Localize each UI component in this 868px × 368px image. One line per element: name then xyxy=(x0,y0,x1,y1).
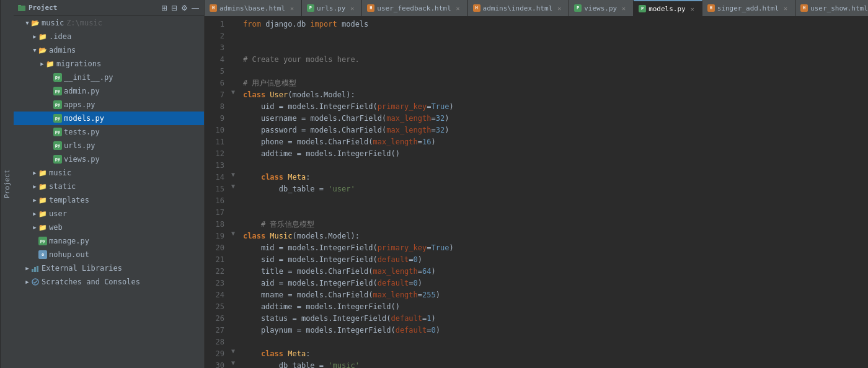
tab-close-admins-index[interactable]: ✕ xyxy=(555,4,564,12)
tree-item-scratches[interactable]: Scratches and Consoles xyxy=(14,275,204,289)
code-line-16 xyxy=(243,195,868,207)
tree-item-music-root[interactable]: music Z:\music xyxy=(14,16,204,30)
project-panel-label[interactable]: Project xyxy=(0,0,14,368)
code-line-26: status = models.IntegerField(default=1) xyxy=(243,313,868,325)
arrow-idea xyxy=(31,33,38,40)
tree-item-tests[interactable]: py tests.py xyxy=(14,125,204,139)
tree-item-init[interactable]: py __init__.py xyxy=(14,71,204,84)
sidebar-header-icons: ⊞ ⊟ ⚙ — xyxy=(160,2,200,14)
label-admins: admins xyxy=(49,46,76,55)
fold-marker-7[interactable]: ▼ xyxy=(229,88,237,95)
sidebar-collapse-button[interactable]: ⊞ xyxy=(160,2,169,14)
arrow-scratches xyxy=(24,278,31,286)
code-line-19: class Music(models.Model): xyxy=(243,230,868,242)
icon-scratches xyxy=(31,278,40,286)
code-line-1: from django.db import models xyxy=(243,19,868,30)
tab-close-admins-base[interactable]: ✕ xyxy=(288,4,296,12)
code-line-29: class Meta: xyxy=(243,348,868,360)
tab-urls-py[interactable]: P urls.py ✕ xyxy=(302,0,362,16)
svg-rect-4 xyxy=(37,266,38,272)
tree-item-urls[interactable]: py urls.py xyxy=(14,139,204,152)
code-line-3 xyxy=(243,42,868,54)
sidebar-settings-button[interactable]: ⚙ xyxy=(180,2,189,14)
label-static: static xyxy=(49,182,76,191)
tab-icon-urls-py: P xyxy=(307,4,314,12)
arrow-admins xyxy=(31,46,38,54)
label-ext-lib: External Libraries xyxy=(42,264,122,273)
code-line-2 xyxy=(243,30,868,42)
tab-close-views-py[interactable]: ✕ xyxy=(619,4,628,12)
tree-item-idea[interactable]: .idea xyxy=(14,30,204,43)
sidebar-close-button[interactable]: — xyxy=(190,2,200,14)
svg-rect-1 xyxy=(18,5,21,6)
fold-marker-29[interactable]: ▼ xyxy=(229,347,237,354)
tree-item-admin[interactable]: py admin.py xyxy=(14,84,204,98)
tree-item-nohup[interactable]: o nohup.out xyxy=(14,248,204,261)
tab-views-py[interactable]: P views.py ✕ xyxy=(569,0,634,16)
label-urls: urls.py xyxy=(64,141,95,150)
tree-item-templates[interactable]: templates xyxy=(14,193,204,207)
fold-marker-14[interactable]: ▼ xyxy=(229,170,237,178)
tab-user-feedback[interactable]: H user_feedback.html ✕ xyxy=(362,0,467,16)
fold-marker-15[interactable]: ▼ xyxy=(229,182,237,190)
icon-init: py xyxy=(53,73,62,82)
icon-static xyxy=(38,182,47,191)
tab-close-urls-py[interactable]: ✕ xyxy=(348,4,356,12)
icon-music-sub xyxy=(38,169,47,177)
label-manage: manage.py xyxy=(49,237,89,245)
tree-item-ext-lib[interactable]: External Libraries xyxy=(14,261,204,275)
icon-urls: py xyxy=(53,141,62,150)
fold-marker-19[interactable]: ▼ xyxy=(229,229,237,237)
sidebar-header: Project ⊞ ⊟ ⚙ — xyxy=(14,0,204,16)
tab-admins-base[interactable]: H admins\base.html ✕ xyxy=(205,0,302,16)
tree-item-models[interactable]: py models.py xyxy=(14,112,204,125)
label-apps: apps.py xyxy=(64,100,95,109)
file-tree: music Z:\music .idea admins migrations p… xyxy=(14,16,204,368)
fold-gutter: ▼ ▼ ▼ ▼ ▼ ▼ xyxy=(229,17,238,368)
tab-label-user-feedback: user_feedback.html xyxy=(377,4,451,12)
tree-item-admins[interactable]: admins xyxy=(14,43,204,57)
tab-close-singer-add[interactable]: ✕ xyxy=(781,4,790,12)
tab-icon-models-py: P xyxy=(639,5,646,12)
icon-templates xyxy=(38,196,47,204)
code-area[interactable]: from django.db import models # Create yo… xyxy=(238,17,868,368)
icon-music-root xyxy=(31,19,40,27)
tab-icon-admins-index: H xyxy=(473,4,480,12)
project-sidebar: Project ⊞ ⊟ ⚙ — music Z:\music .idea adm… xyxy=(14,0,205,368)
svg-rect-0 xyxy=(18,6,25,11)
icon-migrations xyxy=(46,59,55,68)
fold-marker-30[interactable]: ▼ xyxy=(229,359,237,366)
code-line-23: aid = models.IntegerField(default=0) xyxy=(243,278,868,289)
tree-item-apps[interactable]: py apps.py xyxy=(14,98,204,112)
tab-close-user-feedback[interactable]: ✕ xyxy=(454,4,463,12)
arrow-user xyxy=(31,210,38,217)
line-numbers: 12345 678910 1112131415 1617181920 21222… xyxy=(205,17,229,368)
sidebar-expand-button[interactable]: ⊟ xyxy=(170,2,179,14)
tree-item-views[interactable]: py views.py xyxy=(14,152,204,166)
tree-item-migrations[interactable]: migrations xyxy=(14,57,204,71)
tree-item-user[interactable]: user xyxy=(14,207,204,221)
tab-icon-user-feedback: H xyxy=(367,4,374,12)
editor: 12345 678910 1112131415 1617181920 21222… xyxy=(205,17,868,368)
tree-item-static[interactable]: static xyxy=(14,180,204,193)
tab-icon-views-py: P xyxy=(574,4,582,12)
project-label-text: Project xyxy=(3,170,11,198)
tree-item-music-sub[interactable]: music xyxy=(14,166,204,180)
label-admin: admin.py xyxy=(64,87,100,95)
code-line-28 xyxy=(243,336,868,348)
code-line-15: db_table = 'user' xyxy=(243,183,868,195)
tab-user-show[interactable]: H user_show.html ✕ xyxy=(795,0,868,16)
tree-item-web[interactable]: web xyxy=(14,221,204,234)
main-content: H admins\base.html ✕ P urls.py ✕ H user_… xyxy=(205,0,868,368)
icon-idea xyxy=(38,32,47,41)
label-music-root: music xyxy=(42,19,64,27)
arrow-music-root xyxy=(24,19,31,27)
icon-nohup: o xyxy=(38,250,47,259)
tab-models-py[interactable]: P models.py ✕ xyxy=(634,0,702,16)
tab-singer-add[interactable]: H singer_add.html ✕ xyxy=(702,0,795,16)
tree-item-manage[interactable]: py manage.py xyxy=(14,234,204,248)
icon-manage: py xyxy=(38,237,47,245)
code-line-21: sid = models.IntegerField(default=0) xyxy=(243,254,868,266)
tab-close-models-py[interactable]: ✕ xyxy=(688,4,697,13)
tab-admins-index[interactable]: H admins\index.html ✕ xyxy=(468,0,570,16)
